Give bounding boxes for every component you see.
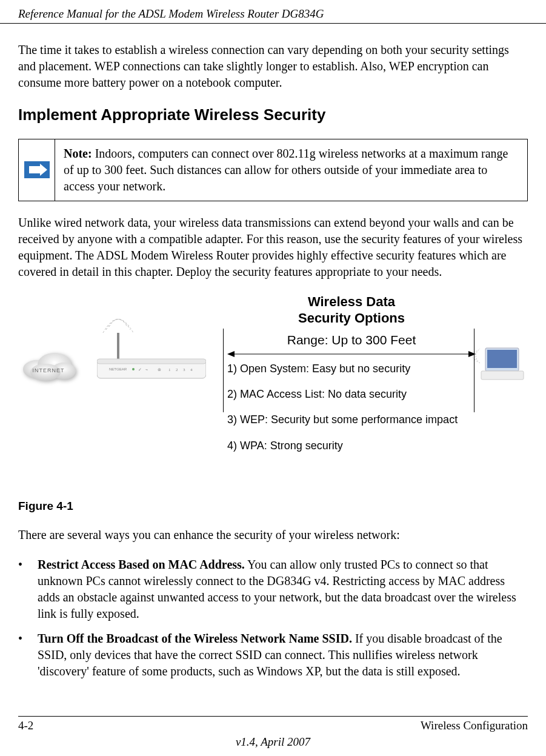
bullet-marker: • xyxy=(18,631,38,680)
page-footer: 4-2 Wireless Configuration v1.4, April 2… xyxy=(18,716,528,750)
svg-text:⌁: ⌁ xyxy=(145,367,148,372)
svg-rect-6 xyxy=(117,333,119,360)
svg-point-10 xyxy=(132,368,135,370)
note-box: Note: Indoors, computers can connect ove… xyxy=(18,139,528,201)
internet-cloud-icon: INTERNET xyxy=(18,348,79,381)
note-icon-cell xyxy=(19,139,55,201)
figure-caption: Figure 4-1 xyxy=(18,498,528,514)
svg-text:✓: ✓ xyxy=(138,367,142,372)
cloud-label: INTERNET xyxy=(33,367,65,373)
note-body: Indoors, computers can connect over 802.… xyxy=(64,147,508,193)
bullet-bold: Restrict Access Based on MAC Address. xyxy=(38,558,245,571)
page-number: 4-2 xyxy=(18,718,33,734)
section-name: Wireless Configuration xyxy=(421,718,528,734)
svg-rect-8 xyxy=(97,359,206,364)
svg-text:3: 3 xyxy=(183,367,185,372)
range-label: Range: Up to 300 Feet xyxy=(227,332,476,349)
running-header: Reference Manual for the ADSL Modem Wire… xyxy=(0,0,546,24)
note-label: Note: xyxy=(64,147,92,160)
svg-text:4: 4 xyxy=(190,367,193,372)
svg-marker-24 xyxy=(468,351,476,357)
bullet-mac-restrict: • Restrict Access Based on MAC Address. … xyxy=(18,557,528,622)
section-heading: Implement Appropriate Wireless Security xyxy=(18,104,528,125)
security-options-list: 1) Open System: Easy but no security 2) … xyxy=(227,361,530,464)
security-paragraph: Unlike wired network data, your wireless… xyxy=(18,215,528,280)
intro-paragraph: The time it takes to establish a wireles… xyxy=(18,42,528,91)
svg-text:NETGEAR: NETGEAR xyxy=(109,367,127,371)
svg-marker-23 xyxy=(227,351,235,357)
svg-text:2: 2 xyxy=(176,367,178,372)
note-text: Note: Indoors, computers can connect ove… xyxy=(55,139,527,201)
svg-text:⊚: ⊚ xyxy=(158,367,161,372)
enhance-intro: There are several ways you can enhance t… xyxy=(18,527,528,543)
bracket-left xyxy=(223,329,224,412)
arrow-right-icon xyxy=(24,161,50,178)
svg-text:1: 1 xyxy=(168,367,171,372)
diagram-title: Wireless Data Security Options xyxy=(227,293,476,327)
range-arrow-icon xyxy=(227,348,476,360)
version-date: v1.4, April 2007 xyxy=(18,734,528,750)
option-mac-access: 2) MAC Access List: No data security xyxy=(227,387,530,401)
bullet-bold: Turn Off the Broadcast of the Wireless N… xyxy=(38,632,352,645)
option-wep: 3) WEP: Security but some performance im… xyxy=(227,412,530,427)
bullet-ssid-broadcast: • Turn Off the Broadcast of the Wireless… xyxy=(18,631,528,680)
option-open-system: 1) Open System: Easy but no security xyxy=(227,361,530,376)
router-icon: NETGEAR ✓ ⌁ ⊚ 1 2 3 4 xyxy=(97,306,206,384)
bullet-marker: • xyxy=(18,557,38,622)
option-wpa: 4) WPA: Strong security xyxy=(227,438,530,453)
figure-diagram: INTERNET NETGEAR ✓ ⌁ ⊚ 1 2 3 xyxy=(18,293,528,493)
